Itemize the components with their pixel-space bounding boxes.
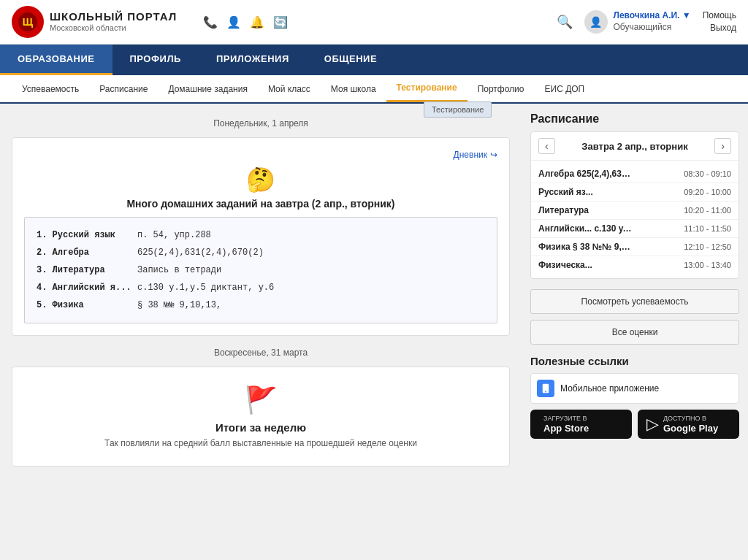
main-layout: Понедельник, 1 апреля Дневник ↪ 🤔 Много … — [0, 104, 748, 475]
googleplay-icon: ▷ — [646, 415, 659, 434]
flag-icon: 🚩 — [24, 385, 497, 415]
appstore-main: App Store — [543, 423, 589, 434]
summary-desc: Так повлияли на средний балл выставленны… — [24, 438, 497, 448]
schedule-subject-3: Литература — [538, 205, 633, 215]
schedule-row-6: Физическа... 13:00 - 13:40 — [531, 256, 739, 274]
bell-icon[interactable]: 🔔 — [250, 15, 264, 29]
exit-label[interactable]: Выход — [703, 22, 736, 34]
schedule-subject-4: Английски... с.130 у.1,у.5 дикта... — [538, 223, 633, 234]
help-label[interactable]: Помощь — [703, 9, 736, 22]
hw-row-4: 4. Английский я... с.130 у.1,у.5 диктант… — [37, 279, 485, 296]
homework-table: 1. Русский язык п. 54, упр.288 2. Алгебр… — [24, 217, 497, 323]
hw-task-5: § 38 №№ 9,10,13, — [137, 296, 221, 314]
logo-main: ШКОЛЬНЫЙ ПОРТАЛ — [50, 10, 177, 23]
hw-row-3: 3. Литература Запись в тетради — [37, 261, 485, 279]
subnav: Успеваемость Расписание Домашние задания… — [0, 75, 748, 104]
googleplay-text: Доступно в Google Play — [663, 415, 718, 434]
user-name[interactable]: Левочкина А.И. ▼ — [614, 10, 691, 22]
summary-title: Итоги за неделю — [24, 421, 497, 434]
navbar: ОБРАЗОВАНИЕ ПРОФИЛЬ ПРИЛОЖЕНИЯ ОБЩЕНИЕ — [0, 45, 748, 75]
hw-task-1: п. 54, упр.288 — [137, 226, 211, 244]
schedule-time-1: 08:30 - 09:10 — [684, 169, 731, 178]
logo-area: Щ ШКОЛЬНЫЙ ПОРТАЛ Московской области — [12, 6, 177, 38]
refresh-icon[interactable]: 🔄 — [273, 15, 288, 29]
googleplay-sub: Доступно в — [663, 415, 718, 423]
navbar-item-education[interactable]: ОБРАЗОВАНИЕ — [0, 45, 112, 75]
hw-subject-4: 4. Английский я... — [37, 279, 131, 296]
mobile-app-label: Мобильное приложение — [560, 383, 659, 394]
appstore-text: Загрузите в App Store — [543, 415, 589, 434]
schedule-time-4: 11:10 - 11:50 — [684, 224, 731, 233]
dnevnik-label: Дневник — [454, 150, 487, 160]
schedule-time-6: 13:00 - 13:40 — [684, 261, 731, 269]
googleplay-main: Google Play — [663, 423, 718, 434]
schedule-subject-6: Физическа... — [538, 260, 633, 270]
mobile-app-row: Мобильное приложение — [530, 373, 739, 404]
schedule-time-5: 12:10 - 12:50 — [684, 242, 731, 251]
schedule-row-5: Физика § 38 №№ 9,10,13, 12:10 - 12:50 — [531, 238, 739, 256]
subnav-item-schedule[interactable]: Расписание — [89, 77, 158, 101]
phone-icon[interactable]: 📞 — [203, 15, 218, 29]
schedule-row-2: Русский яз... 09:20 - 10:00 — [531, 183, 739, 202]
subnav-item-myclass[interactable]: Мой класс — [258, 77, 321, 101]
navbar-item-social[interactable]: ОБЩЕНИЕ — [307, 45, 394, 75]
navbar-item-profile[interactable]: ПРОФИЛЬ — [112, 45, 199, 75]
googleplay-btn[interactable]: ▷ Доступно в Google Play — [638, 410, 739, 439]
view-grades-btn[interactable]: Посмотреть успеваемость — [530, 289, 739, 314]
date-label-monday: Понедельник, 1 апреля — [12, 118, 510, 129]
avatar: 👤 — [584, 10, 608, 34]
search-icon[interactable]: 🔍 — [557, 14, 573, 30]
schedule-widget: ‹ Завтра 2 апр., вторник › Алгебра 625(2… — [530, 131, 739, 279]
hw-row-1: 1. Русский язык п. 54, упр.288 — [37, 226, 485, 244]
user-role: Обучающийся — [614, 22, 691, 34]
header-icons: 📞 👤 🔔 🔄 — [203, 15, 288, 29]
schedule-list: Алгебра 625(2,4),631(2,4),670(2) 08:30 -… — [531, 161, 739, 278]
subnav-item-grades[interactable]: Успеваемость — [12, 77, 89, 101]
subnav-item-homework[interactable]: Домашние задания — [158, 77, 258, 101]
hw-task-4: с.130 у.1,у.5 диктант, у.6 — [137, 279, 274, 296]
subnav-item-myschool[interactable]: Моя школа — [321, 77, 386, 101]
subnav-item-testing[interactable]: Тестирование — [386, 75, 468, 102]
subnav-item-portfolio[interactable]: Портфолио — [468, 77, 535, 101]
dnevnik-link[interactable]: Дневник ↪ — [454, 150, 497, 160]
schedule-time-3: 10:20 - 11:00 — [684, 206, 731, 215]
logo-icon: Щ — [17, 11, 39, 33]
user-info: Левочкина А.И. ▼ Обучающийся — [614, 10, 691, 33]
hw-row-5: 5. Физика § 38 №№ 9,10,13, — [37, 296, 485, 314]
hw-task-3: Запись в тетради — [137, 261, 221, 279]
hw-subject-5: 5. Физика — [37, 296, 131, 314]
mobile-icon — [540, 383, 552, 394]
schedule-next-btn[interactable]: › — [714, 138, 731, 154]
schedule-nav: ‹ Завтра 2 апр., вторник › — [531, 132, 739, 161]
share-icon: ↪ — [490, 150, 497, 160]
profile-icon[interactable]: 👤 — [226, 15, 241, 29]
card-header: Дневник ↪ — [24, 150, 497, 160]
useful-section: Полезные ссылки Мобильное приложение Заг… — [530, 355, 739, 439]
content-area: Понедельник, 1 апреля Дневник ↪ 🤔 Много … — [0, 104, 522, 475]
header-user: 👤 Левочкина А.И. ▼ Обучающийся — [584, 10, 691, 34]
mobile-app-icon — [537, 380, 554, 397]
header-help[interactable]: Помощь Выход — [703, 9, 736, 34]
logo-text: ШКОЛЬНЫЙ ПОРТАЛ Московской области — [50, 10, 177, 33]
schedule-title: Расписание — [530, 112, 739, 126]
hw-subject-2: 2. Алгебра — [37, 244, 131, 261]
useful-title: Полезные ссылки — [530, 355, 739, 367]
subnav-tooltip: Тестирование — [424, 101, 492, 118]
logo-emblem: Щ — [12, 6, 44, 38]
date-label-sunday: Воскресенье, 31 марта — [12, 348, 510, 358]
store-buttons: Загрузите в App Store ▷ Доступно в Googl… — [530, 410, 739, 439]
logo-sub: Московской области — [50, 23, 177, 33]
subnav-item-eis[interactable]: ЕИС ДОП — [535, 77, 595, 101]
appstore-btn[interactable]: Загрузите в App Store — [530, 410, 632, 439]
all-grades-btn[interactable]: Все оценки — [530, 320, 739, 345]
card-title: Много домашних заданий на завтра (2 апр.… — [24, 198, 497, 210]
schedule-prev-btn[interactable]: ‹ — [538, 138, 555, 154]
svg-point-3 — [545, 391, 546, 393]
card-emoji: 🤔 — [24, 166, 497, 193]
svg-text:Щ: Щ — [23, 16, 34, 28]
schedule-time-2: 09:20 - 10:00 — [684, 188, 731, 196]
hw-row-2: 2. Алгебра 625(2,4),631(2,4),670(2) — [37, 244, 485, 261]
schedule-subject-1: Алгебра 625(2,4),631(2,4),670(2) — [538, 169, 633, 179]
navbar-item-apps[interactable]: ПРИЛОЖЕНИЯ — [199, 45, 307, 75]
schedule-subject-5: Физика § 38 №№ 9,10,13, — [538, 242, 633, 252]
